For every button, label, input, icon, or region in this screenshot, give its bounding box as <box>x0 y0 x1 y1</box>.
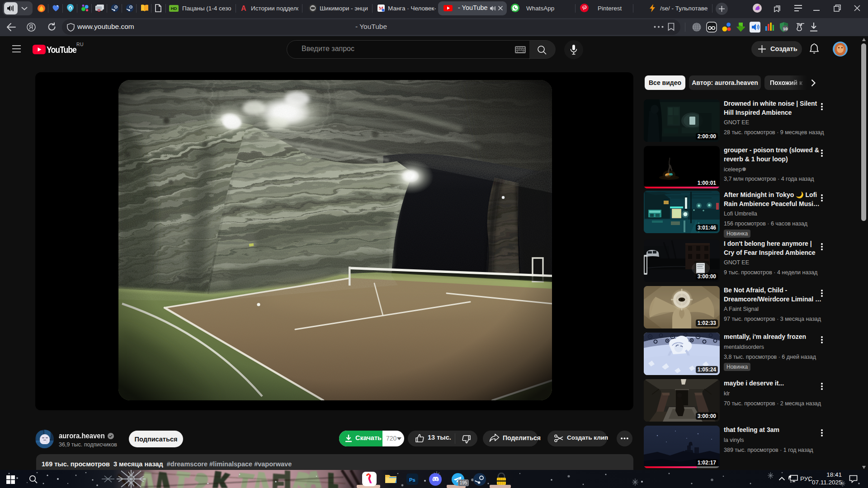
svg-text:HD: HD <box>171 6 177 11</box>
svg-text:10: 10 <box>783 26 788 31</box>
svg-text:Ps: Ps <box>409 477 415 483</box>
